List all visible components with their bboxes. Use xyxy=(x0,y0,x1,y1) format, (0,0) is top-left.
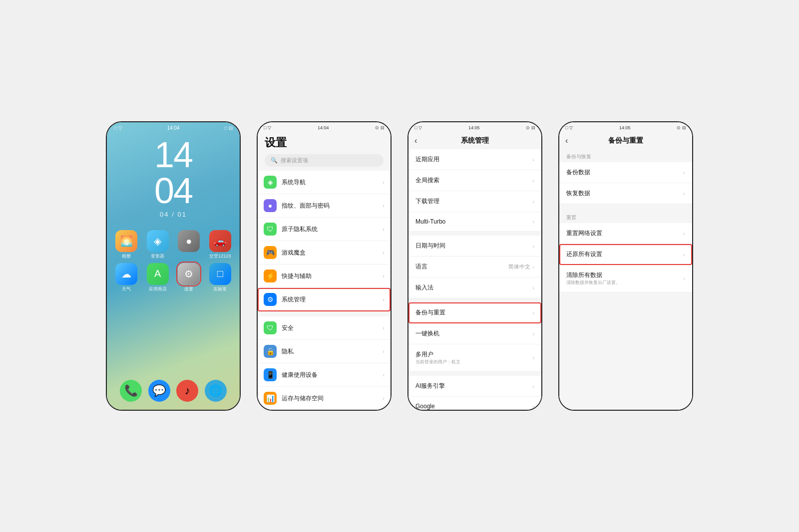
settings-item-shortcut[interactable]: ⚡ 快捷与辅助 › xyxy=(258,265,391,288)
menu-download-mgr[interactable]: 下载管理 › xyxy=(408,191,541,212)
status-time: 14:04 xyxy=(167,125,179,131)
p3-status-bar: □ ▽ 14:05 ⊙ ⊟ xyxy=(408,122,541,132)
sysmgr-chevron: › xyxy=(383,296,385,302)
phone-2-frame: □ ▽ 14:04 ⊙ ⊟ 设置 🔍 搜索设置项 ◈ 系统导航 › ● 指纹、面… xyxy=(257,121,392,411)
backup-header: ‹ 备份与重置 xyxy=(559,132,692,149)
sysmgr-title: 系统管理 xyxy=(461,136,489,145)
privacy-icon: 🛡 xyxy=(264,223,277,236)
settings-item-sysmgr[interactable]: ⚙ 系统管理 › xyxy=(258,288,391,311)
dock-phone[interactable]: 📞 xyxy=(120,380,142,402)
sysmgr-screen: □ ▽ 14:05 ⊙ ⊟ ‹ 系统管理 近期应用 › 全局搜索 › 下载管理 … xyxy=(408,122,541,410)
status-left: □ ▽ xyxy=(114,125,122,131)
search-icon: 🔍 xyxy=(271,157,278,164)
health-chevron: › xyxy=(383,372,385,378)
settings-item-health[interactable]: 📱 健康使用设备 › xyxy=(258,363,391,387)
app-jiaoguan[interactable]: 🚗 交管12123 xyxy=(207,230,234,259)
phone-3-frame: □ ▽ 14:05 ⊙ ⊟ ‹ 系统管理 近期应用 › 全局搜索 › 下载管理 … xyxy=(407,121,542,411)
p2-status-left: □ ▽ xyxy=(264,125,271,130)
security-chevron: › xyxy=(383,325,385,331)
menu-global-search[interactable]: 全局搜索 › xyxy=(408,170,541,191)
menu-backup-data[interactable]: 备份数据 › xyxy=(559,162,692,183)
backup-back-button[interactable]: ‹ xyxy=(565,136,568,145)
health-icon: 📱 xyxy=(264,368,277,381)
gamebox-icon: 🎮 xyxy=(264,246,277,259)
home-status-bar: □ ▽ 14:04 □ ⊟ xyxy=(107,122,240,132)
app-unknown[interactable]: ● xyxy=(175,230,203,259)
priv-chevron: › xyxy=(383,348,385,354)
menu-language[interactable]: 语言 简体中文 › xyxy=(408,257,541,277)
dock-message[interactable]: 💬 xyxy=(148,380,170,402)
settings-item-gamebox[interactable]: 🎮 游戏魔盒 › xyxy=(258,241,391,265)
menu-restore-all-settings[interactable]: 还原所有设置 › xyxy=(559,244,692,265)
settings-main-title: 设置 xyxy=(265,135,384,150)
privacy-label: 原子隐私系统 xyxy=(282,225,383,234)
app-grid: 🌅 相册 ◈ 变形器 ● 🚗 交管12123 ☁ 天气 A 应用 xyxy=(107,223,240,296)
menu-restore-data[interactable]: 恢复数据 › xyxy=(559,183,692,204)
security-icon: 🛡 xyxy=(264,321,277,334)
settings-search-bar[interactable]: 🔍 搜索设置项 xyxy=(265,154,384,167)
sysmgr-icon: ⚙ xyxy=(264,293,277,306)
backup-section-label: 备份与恢复 xyxy=(559,149,692,162)
settings-status-bar: □ ▽ 14:04 ⊙ ⊟ xyxy=(258,122,391,132)
gamebox-chevron: › xyxy=(383,250,385,256)
shortcut-chevron: › xyxy=(383,273,385,279)
settings-item-priv[interactable]: 🔒 隐私 › xyxy=(258,340,391,363)
settings-item-nav[interactable]: ◈ 系统导航 › xyxy=(258,171,391,194)
dock-browser[interactable]: 🌐 xyxy=(205,380,227,402)
home-clock: 1404 xyxy=(107,137,240,209)
p4-status-bar: □ ▽ 14:05 ⊙ ⊟ xyxy=(559,122,692,132)
menu-clear-all-data[interactable]: 清除所有数据 清除数据并恢复出厂设置。 › xyxy=(559,265,692,292)
app-album[interactable]: 🌅 相册 xyxy=(113,230,140,259)
p3-status-time: 14:05 xyxy=(468,125,480,130)
menu-google[interactable]: Google › xyxy=(408,397,541,410)
menu-recent-apps[interactable]: 近期应用 › xyxy=(408,149,541,170)
settings-item-security[interactable]: 🛡 安全 › xyxy=(258,316,391,340)
privacy-chevron: › xyxy=(383,226,385,232)
shortcut-icon: ⚡ xyxy=(264,269,277,282)
storage-chevron: › xyxy=(383,395,385,401)
phone-1-frame: □ ▽ 14:04 □ ⊟ 1404 04 / 01 🌅 相册 ◈ 变形器 ● xyxy=(106,121,241,411)
settings-screen: □ ▽ 14:04 ⊙ ⊟ 设置 🔍 搜索设置项 ◈ 系统导航 › ● 指纹、面… xyxy=(258,122,391,410)
app-weather[interactable]: ☁ 天气 xyxy=(113,263,140,292)
nav-label: 系统导航 xyxy=(282,178,383,187)
gamebox-label: 游戏魔盒 xyxy=(282,249,383,257)
security-label: 安全 xyxy=(282,324,383,332)
app-transformer[interactable]: ◈ 变形器 xyxy=(144,230,172,259)
back-button[interactable]: ‹ xyxy=(414,136,417,145)
menu-ai-service[interactable]: AI服务引擎 › xyxy=(408,376,541,397)
settings-item-storage[interactable]: 📊 运存与储存空间 › xyxy=(258,387,391,410)
menu-one-key-switch[interactable]: 一键换机 › xyxy=(408,323,541,344)
menu-multi-turbo[interactable]: Multi-Turbo › xyxy=(408,212,541,232)
menu-input-method[interactable]: 输入法 › xyxy=(408,277,541,298)
menu-datetime[interactable]: 日期与时间 › xyxy=(408,236,541,257)
p3-status-right: ⊙ ⊟ xyxy=(526,125,535,130)
app-appstore[interactable]: A 应用商店 xyxy=(144,263,172,292)
app-lab[interactable]: □ 实验室 xyxy=(207,263,234,292)
settings-item-privacy[interactable]: 🛡 原子隐私系统 › xyxy=(258,218,391,241)
menu-backup-reset[interactable]: 备份与重置 › xyxy=(408,302,541,323)
settings-list: ◈ 系统导航 › ● 指纹、面部与密码 › 🛡 原子隐私系统 › 🎮 游戏魔盒 xyxy=(258,171,391,410)
p4-status-time: 14:05 xyxy=(619,125,631,130)
app-settings[interactable]: ⚙ 设置 xyxy=(175,263,203,292)
p3-status-left: □ ▽ xyxy=(414,125,422,130)
menu-reset-network[interactable]: 重置网络设置 › xyxy=(559,223,692,244)
fingerprint-chevron: › xyxy=(383,203,385,209)
nav-icon: ◈ xyxy=(264,176,277,189)
p2-status-right: ⊙ ⊟ xyxy=(375,125,385,130)
reset-section-label: 重置 xyxy=(559,210,692,223)
home-screen: □ ▽ 14:04 □ ⊟ 1404 04 / 01 🌅 相册 ◈ 变形器 ● xyxy=(107,122,240,410)
nav-chevron: › xyxy=(383,179,385,185)
sysmgr-label: 系统管理 xyxy=(282,295,383,304)
backup-title: 备份与重置 xyxy=(608,136,643,145)
p4-status-right: ⊙ ⊟ xyxy=(677,125,686,130)
sysmgr-list: 近期应用 › 全局搜索 › 下载管理 › Multi-Turbo › 日期与时间… xyxy=(408,149,541,410)
storage-icon: 📊 xyxy=(264,392,277,405)
fingerprint-label: 指纹、面部与密码 xyxy=(282,202,383,210)
menu-multi-user[interactable]: 多用户 当前登录的用户：机主 › xyxy=(408,344,541,372)
fingerprint-icon: ● xyxy=(264,199,277,212)
backup-screen: □ ▽ 14:05 ⊙ ⊟ ‹ 备份与重置 备份与恢复 备份数据 › 恢复数据 … xyxy=(559,122,692,410)
dock-music[interactable]: ♪ xyxy=(176,380,198,402)
home-date: 04 / 01 xyxy=(107,211,240,218)
settings-item-fingerprint[interactable]: ● 指纹、面部与密码 › xyxy=(258,194,391,218)
home-dock: 📞 💬 ♪ 🌐 xyxy=(107,380,240,402)
